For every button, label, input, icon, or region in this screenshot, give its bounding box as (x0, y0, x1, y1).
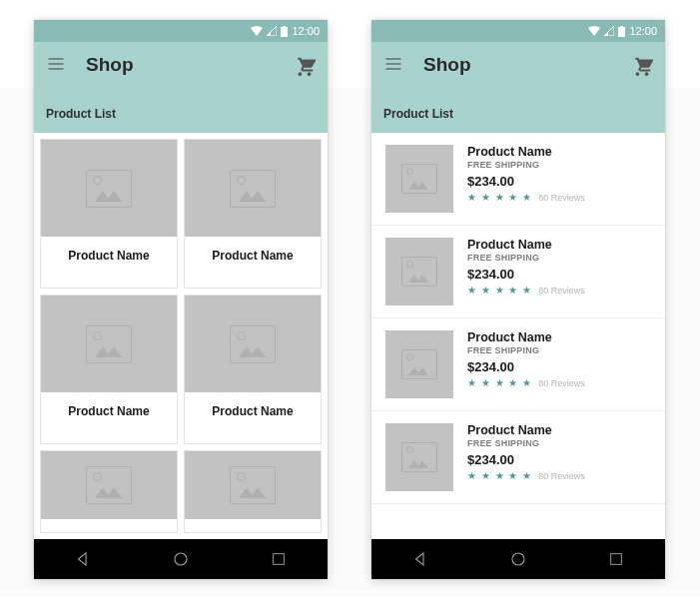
product-image (41, 140, 177, 237)
home-icon[interactable] (508, 549, 528, 569)
sub-header: Product List (34, 87, 328, 133)
shipping-label: FREE SHIPPING (467, 160, 585, 170)
recent-icon[interactable] (269, 549, 289, 569)
app-bar: Shop (34, 42, 328, 87)
wifi-icon (588, 26, 600, 36)
product-name: Product Name (467, 145, 585, 159)
page-title: Shop (423, 54, 631, 76)
list-item[interactable]: Product Name FREE SHIPPING $234.00 ★ ★ ★… (371, 133, 665, 226)
shipping-label: FREE SHIPPING (467, 438, 585, 448)
image-placeholder-icon (230, 325, 276, 363)
product-image (41, 296, 177, 392)
sub-header: Product List (371, 87, 665, 133)
shipping-label: FREE SHIPPING (467, 345, 585, 355)
star-icon: ★ ★ ★ ★ ★ (467, 377, 532, 388)
image-placeholder-icon (401, 257, 437, 287)
product-image (185, 451, 321, 519)
rating-row: ★ ★ ★ ★ ★ 80 Reviews (467, 377, 585, 388)
product-card[interactable] (40, 450, 178, 533)
product-image (185, 296, 321, 392)
rating-row: ★ ★ ★ ★ ★ 80 Reviews (467, 285, 585, 296)
product-card[interactable]: Product Name (184, 295, 322, 444)
product-image (385, 330, 453, 398)
svg-rect-1 (283, 26, 286, 27)
menu-icon[interactable] (383, 54, 405, 76)
list-item[interactable]: Product Name FREE SHIPPING $234.00 ★ ★ ★… (371, 411, 665, 504)
product-image (385, 423, 453, 491)
product-card[interactable]: Product Name (40, 139, 178, 289)
product-card[interactable] (184, 450, 322, 533)
product-price: $234.00 (467, 174, 585, 189)
product-price: $234.00 (467, 267, 585, 282)
battery-icon (618, 26, 625, 37)
image-placeholder-icon (86, 170, 132, 208)
svg-rect-4 (618, 27, 625, 37)
status-bar: 12:00 (34, 20, 328, 42)
review-count: 80 Reviews (538, 193, 585, 203)
list-item-body: Product Name FREE SHIPPING $234.00 ★ ★ ★… (467, 145, 585, 213)
review-count: 80 Reviews (538, 286, 585, 296)
image-placeholder-icon (401, 442, 437, 472)
cart-icon[interactable] (631, 54, 653, 76)
android-nav-bar (371, 539, 665, 579)
android-nav-bar (34, 539, 328, 579)
product-image (385, 145, 453, 213)
star-icon: ★ ★ ★ ★ ★ (467, 192, 532, 203)
image-placeholder-icon (86, 325, 132, 363)
back-icon[interactable] (73, 549, 93, 569)
product-name: Product Name (467, 330, 585, 344)
review-count: 80 Reviews (538, 471, 585, 481)
back-icon[interactable] (410, 549, 430, 569)
review-count: 80 Reviews (538, 378, 585, 388)
status-time: 12:00 (629, 25, 657, 37)
svg-rect-3 (274, 554, 285, 565)
cart-icon[interactable] (294, 54, 316, 76)
svg-rect-0 (281, 27, 288, 37)
product-card[interactable]: Product Name (184, 139, 322, 289)
svg-point-2 (175, 553, 187, 565)
list-item-body: Product Name FREE SHIPPING $234.00 ★ ★ ★… (467, 423, 585, 491)
star-icon: ★ ★ ★ ★ ★ (467, 470, 532, 481)
list-item-body: Product Name FREE SHIPPING $234.00 ★ ★ ★… (467, 238, 585, 305)
wifi-icon (251, 26, 263, 36)
recent-icon[interactable] (606, 549, 626, 569)
product-image (41, 451, 177, 519)
product-name: Product Name (467, 238, 585, 252)
product-image (185, 140, 321, 237)
home-icon[interactable] (171, 549, 191, 569)
image-placeholder-icon (230, 170, 276, 208)
svg-rect-7 (611, 554, 622, 565)
product-price: $234.00 (467, 452, 585, 467)
phone-list-view: 12:00 Shop Product List Product Name FRE… (371, 20, 665, 579)
content-list: Product Name FREE SHIPPING $234.00 ★ ★ ★… (371, 133, 665, 539)
product-name: Product Name (185, 237, 321, 275)
rating-row: ★ ★ ★ ★ ★ 80 Reviews (467, 470, 585, 481)
rating-row: ★ ★ ★ ★ ★ 80 Reviews (467, 192, 585, 203)
product-name: Product Name (41, 237, 177, 275)
app-bar: Shop (371, 42, 665, 87)
image-placeholder-icon (230, 466, 276, 504)
shipping-label: FREE SHIPPING (467, 253, 585, 263)
image-placeholder-icon (401, 164, 437, 194)
list-item[interactable]: Product Name FREE SHIPPING $234.00 ★ ★ ★… (371, 226, 665, 318)
product-image (385, 238, 453, 305)
product-card[interactable]: Product Name (40, 295, 178, 444)
product-name: Product Name (467, 423, 585, 437)
status-bar: 12:00 (371, 20, 665, 42)
image-placeholder-icon (401, 349, 437, 379)
page-title: Shop (86, 54, 294, 76)
product-price: $234.00 (467, 359, 585, 374)
list-item[interactable]: Product Name FREE SHIPPING $234.00 ★ ★ ★… (371, 318, 665, 411)
product-name: Product Name (41, 392, 177, 430)
product-name: Product Name (185, 392, 321, 430)
phone-grid-view: 12:00 Shop Product List Product Name (34, 20, 328, 579)
battery-icon (281, 26, 288, 37)
list-item-body: Product Name FREE SHIPPING $234.00 ★ ★ ★… (467, 330, 585, 398)
star-icon: ★ ★ ★ ★ ★ (467, 285, 532, 296)
menu-icon[interactable] (46, 54, 68, 76)
subheader-title: Product List (46, 107, 116, 121)
subheader-title: Product List (383, 107, 453, 121)
content-grid: Product Name Product Name Product Name P… (34, 133, 328, 539)
status-time: 12:00 (292, 25, 320, 37)
signal-icon (604, 26, 614, 36)
